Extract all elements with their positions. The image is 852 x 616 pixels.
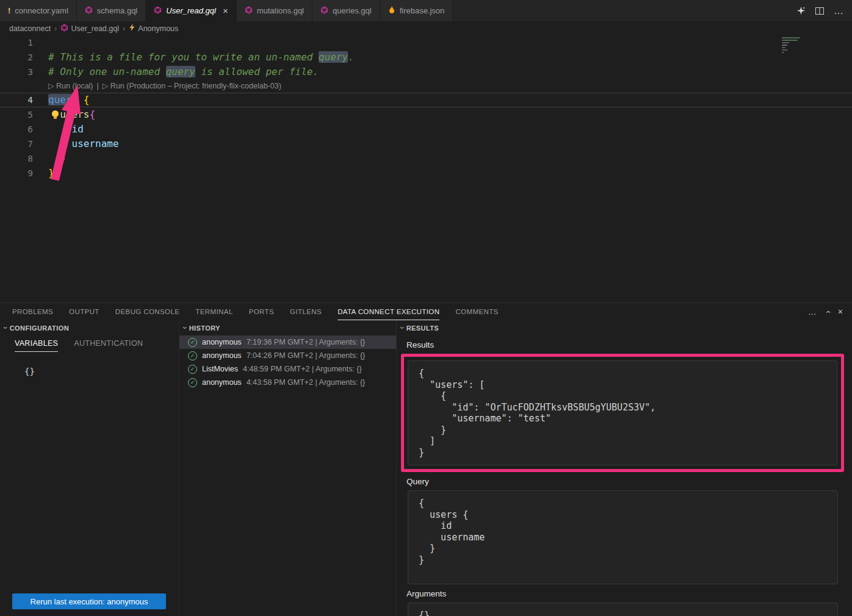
history-item-1[interactable]: ✓anonymous7:19:36 PM GMT+2 | Arguments: … <box>179 335 396 349</box>
run-production-link[interactable]: ▷ Run (Production – Project: friendly-fl… <box>103 79 281 93</box>
editor-tab-schema.gql[interactable]: schema.gql <box>77 0 146 21</box>
results-label: Results <box>406 340 852 349</box>
history-header[interactable]: › HISTORY <box>179 320 396 335</box>
history-item-4[interactable]: ✓anonymous4:43:58 PM GMT+2 | Arguments: … <box>179 376 396 389</box>
panel-tabs: PROBLEMSOUTPUTDEBUG CONSOLETERMINALPORTS… <box>12 303 514 320</box>
config-tab-variables[interactable]: VARIABLES <box>15 339 58 352</box>
line-number: 5 <box>0 107 33 122</box>
breadcrumb-item-dataconnect[interactable]: dataconnect <box>9 24 51 33</box>
close-tab-icon[interactable]: × <box>223 6 228 15</box>
breadcrumb-label: Anonymous <box>138 24 178 33</box>
tab-label: User_read.gql <box>166 6 216 15</box>
editor-tab-queries.gql[interactable]: queries.gql <box>312 0 380 21</box>
code-line-1[interactable]: 1 <box>0 35 852 50</box>
history-item-name: ListMovies <box>202 365 238 373</box>
lightbulb-icon[interactable] <box>52 110 59 117</box>
history-item-meta: 7:04:26 PM GMT+2 | Arguments: {} <box>247 351 366 360</box>
panel-tab-bar: PROBLEMSOUTPUTDEBUG CONSOLETERMINALPORTS… <box>0 303 852 320</box>
history-item-3[interactable]: ✓ListMovies4:48:59 PM GMT+2 | Arguments:… <box>179 362 396 376</box>
configuration-title: CONFIGURATION <box>10 324 69 332</box>
code-line-2[interactable]: 2# This is a file for you to write an un… <box>0 50 852 65</box>
line-number: 7 <box>0 137 33 151</box>
history-item-2[interactable]: ✓anonymous7:04:26 PM GMT+2 | Arguments: … <box>179 349 396 362</box>
editor-actions: … <box>796 0 852 21</box>
breadcrumb-item-User_read.gql[interactable]: User_read.gql <box>60 24 119 34</box>
code-text: # Only one un-named query is allowed per… <box>33 65 319 79</box>
graphql-file-icon <box>320 6 328 16</box>
panel-tab-data-connect-execution[interactable]: DATA CONNECT EXECUTION <box>338 303 439 320</box>
code-line-3[interactable]: 3# Only one un-named query is allowed pe… <box>0 65 852 79</box>
results-scroll-area[interactable]: Results { "users": [ { "id": "OrTucFODZH… <box>397 335 852 616</box>
minimap-mark <box>782 40 798 41</box>
results-header[interactable]: › RESULTS <box>397 320 852 335</box>
code-token: # Only one un-named <box>48 66 166 77</box>
code-token: } <box>60 152 66 164</box>
editor-tab-mutations.gql[interactable]: mutations.gql <box>237 0 312 21</box>
query-output: { users { id username } } <box>408 490 838 584</box>
run-local-link[interactable]: ▷ Run (local) <box>48 79 93 93</box>
copilot-sparkle-icon[interactable] <box>796 6 806 15</box>
code-token: query <box>319 51 348 63</box>
code-token: { <box>89 109 95 120</box>
code-token: is allowed per file. <box>195 66 319 77</box>
codelens-row: ▷ Run (local) | ▷ Run (Production – Proj… <box>0 79 852 93</box>
graphql-icon <box>60 24 68 34</box>
code-text: id <box>33 122 84 137</box>
arguments-output: {} <box>408 603 838 616</box>
history-item-name: anonymous <box>202 378 242 387</box>
panel-more-actions-icon[interactable]: … <box>808 307 817 317</box>
panel-tab-output[interactable]: OUTPUT <box>69 303 99 320</box>
code-line-5[interactable]: 5 users{ <box>0 107 852 122</box>
code-line-9[interactable]: 9} <box>0 166 852 181</box>
editor-tab-User_read.gql[interactable]: User_read.gql× <box>146 0 236 21</box>
panel-tab-gitlens[interactable]: GITLENS <box>290 303 322 320</box>
code-line-4[interactable]: 4query { <box>0 93 852 107</box>
variables-value[interactable]: {} <box>24 367 179 376</box>
editor-tab-firebase.json[interactable]: firebase.json <box>380 0 453 21</box>
code-token: } <box>48 167 54 179</box>
panel-tab-ports[interactable]: PORTS <box>249 303 274 320</box>
line-number: 4 <box>0 93 33 107</box>
code-text: } <box>33 151 66 166</box>
code-text <box>33 35 48 50</box>
tab-label: firebase.json <box>400 6 445 15</box>
panel-tab-problems[interactable]: PROBLEMS <box>12 303 53 320</box>
panel-tab-terminal[interactable]: TERMINAL <box>195 303 233 320</box>
minimap[interactable] <box>782 37 803 54</box>
editor-tabs: !connector.yamlschema.gqlUser_read.gql×m… <box>0 0 453 21</box>
panel-tab-debug-console[interactable]: DEBUG CONSOLE <box>115 303 180 320</box>
tab-label: connector.yaml <box>15 6 68 15</box>
panel-tab-comments[interactable]: COMMENTS <box>455 303 498 320</box>
minimap-mark <box>782 42 789 43</box>
split-editor-icon[interactable] <box>815 7 824 15</box>
minimap-mark <box>782 49 788 51</box>
history-list: ✓anonymous7:19:36 PM GMT+2 | Arguments: … <box>179 335 396 389</box>
bottom-panel: PROBLEMSOUTPUTDEBUG CONSOLETERMINALPORTS… <box>0 303 852 616</box>
code-line-7[interactable]: 7 username <box>0 137 852 151</box>
config-tab-authentication[interactable]: AUTHENTICATION <box>74 339 143 352</box>
breadcrumb-label: User_read.gql <box>71 24 119 33</box>
minimap-mark <box>782 47 785 48</box>
history-title: HISTORY <box>189 324 220 332</box>
code-token: query <box>48 94 78 106</box>
code-token: id <box>72 123 84 135</box>
editor-tab-connector.yaml[interactable]: !connector.yaml <box>0 0 77 21</box>
code-line-8[interactable]: 8 } <box>0 151 852 166</box>
tab-label: queries.gql <box>333 6 372 15</box>
rerun-last-execution-button[interactable]: Rerun last execution: anonymous <box>12 593 166 609</box>
query-label: Query <box>406 477 852 486</box>
graphql-file-icon <box>154 6 162 16</box>
more-actions-icon[interactable]: … <box>834 5 843 16</box>
history-item-name: anonymous <box>202 351 242 360</box>
code-text: username <box>33 137 119 151</box>
breadcrumb-item-Anonymous[interactable]: Anonymous <box>129 24 178 33</box>
configuration-header[interactable]: › CONFIGURATION <box>0 320 179 335</box>
code-line-6[interactable]: 6 id <box>0 122 852 137</box>
line-number: 9 <box>0 166 33 181</box>
close-panel-icon[interactable]: × <box>838 307 843 317</box>
code-lines: 12# This is a file for you to write an u… <box>0 35 852 181</box>
maximize-panel-icon[interactable]: › <box>822 310 832 313</box>
code-editor[interactable]: 12# This is a file for you to write an u… <box>0 35 852 303</box>
arguments-label: Arguments <box>406 589 852 598</box>
tab-label: schema.gql <box>97 6 137 15</box>
